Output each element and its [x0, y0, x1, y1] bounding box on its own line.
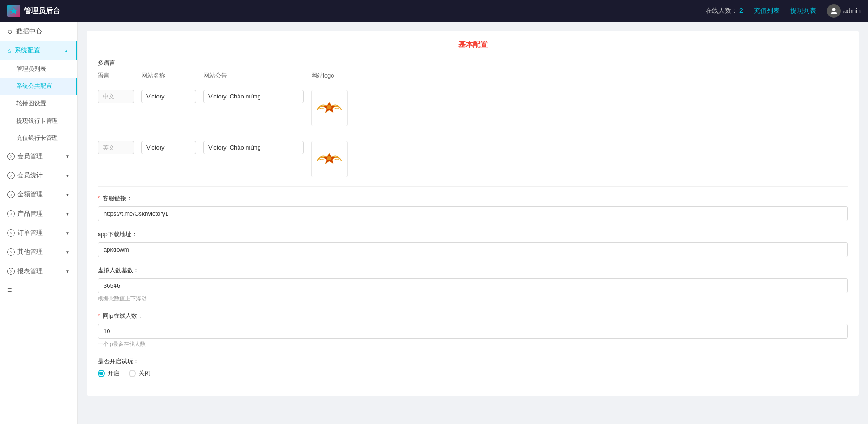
avatar: [827, 4, 841, 18]
content-card: 基本配置 多语言 语言 网站名称 网站公告 网站logo: [87, 31, 859, 396]
sidebar-item-product-mgmt[interactable]: ○ 产品管理 ▼: [0, 204, 77, 223]
site-notice-field-chinese: [203, 90, 304, 103]
chevron-down-icon: ▼: [65, 192, 70, 197]
sidebar-item-amount-mgmt[interactable]: ○ 金额管理 ▼: [0, 185, 77, 204]
sidebar-item-report-mgmt[interactable]: ○ 报表管理 ▼: [0, 262, 77, 281]
virtual-users-label: 虚拟人数基数：: [98, 266, 848, 274]
virtual-users-group: 虚拟人数基数： 根据此数值上下浮动: [98, 266, 848, 303]
multi-lang-label: 多语言: [98, 59, 848, 67]
sidebar-item-label: 数据中心: [16, 27, 42, 36]
sidebar-item-other-mgmt[interactable]: ○ 其他管理 ▼: [0, 243, 77, 262]
sidebar-item-withdraw-card[interactable]: 提现银行卡管理: [0, 112, 77, 129]
main-content: 基本配置 多语言 语言 网站名称 网站公告 网站logo: [78, 22, 868, 424]
data-center-icon: ⊙: [7, 28, 13, 35]
same-ip-group: * 同Ip在线人数： 一个ip最多在线人数: [98, 312, 848, 348]
svg-point-5: [327, 156, 332, 160]
app-download-group: app下载地址：: [98, 230, 848, 257]
site-name-input-english[interactable]: [141, 141, 196, 154]
sidebar: ⊙ 数据中心 ⌂ 系统配置 ▲ 管理员列表 系统公共配置 轮播图设置 提现银行卡…: [0, 22, 78, 424]
trial-play-group: 是否开启试玩： 开启 关闭: [98, 357, 848, 377]
col-lang-header: 语言: [98, 72, 134, 80]
virtual-users-hint: 根据此数值上下浮动: [98, 295, 848, 303]
chevron-down-icon: ▼: [65, 250, 70, 255]
virtual-users-input[interactable]: [98, 278, 848, 293]
lang-field-english: [98, 141, 134, 154]
hamburger-icon[interactable]: ≡: [0, 281, 77, 300]
sidebar-item-order-mgmt[interactable]: ○ 订单管理 ▼: [0, 223, 77, 243]
product-mgmt-icon: ○: [7, 210, 15, 217]
app-logo: [7, 5, 20, 17]
header: 管理员后台 在线人数： 2 充值列表 提现列表 admin: [0, 0, 868, 22]
sidebar-item-system-public-config[interactable]: 系统公共配置: [0, 78, 77, 95]
chevron-down-icon: ▼: [65, 173, 70, 178]
sidebar-item-system-config[interactable]: ⌂ 系统配置 ▲: [0, 41, 77, 60]
customer-service-group: * 客服链接：: [98, 194, 848, 221]
member-mgmt-icon: ○: [7, 153, 15, 160]
chevron-down-icon: ▼: [65, 269, 70, 274]
trial-close-label: 关闭: [139, 369, 151, 377]
online-count: 在线人数： 2: [706, 7, 743, 15]
customer-service-input[interactable]: [98, 206, 848, 221]
language-section: 多语言 语言 网站名称 网站公告 网站logo: [98, 59, 848, 177]
admin-area: admin: [827, 4, 861, 18]
trial-close-radio[interactable]: [129, 370, 136, 377]
col-site-logo-header: 网站logo: [311, 72, 348, 80]
sidebar-item-member-stats[interactable]: ○ 会员统计 ▼: [0, 166, 77, 185]
lang-header-row: 语言 网站名称 网站公告 网站logo: [98, 72, 848, 83]
svg-point-3: [327, 105, 332, 109]
col-site-notice-header: 网站公告: [203, 72, 304, 80]
sidebar-item-admin-list[interactable]: 管理员列表: [0, 60, 77, 78]
lang-row-chinese: [98, 90, 848, 126]
divider-1: [98, 186, 848, 187]
svg-point-1: [832, 8, 835, 11]
col-site-name-header: 网站名称: [141, 72, 196, 80]
app-download-label: app下载地址：: [98, 230, 848, 238]
site-notice-input-chinese[interactable]: [203, 90, 304, 103]
report-mgmt-icon: ○: [7, 268, 15, 275]
same-ip-input[interactable]: [98, 324, 848, 339]
trial-open-radio[interactable]: [98, 370, 105, 377]
svg-marker-0: [10, 7, 18, 15]
withdraw-list-link[interactable]: 提现列表: [790, 7, 816, 15]
sidebar-item-carousel[interactable]: 轮播图设置: [0, 95, 77, 112]
chevron-down-icon: ▼: [65, 231, 70, 236]
chevron-down-icon: ▼: [65, 154, 70, 159]
lang-row-english: [98, 141, 848, 177]
sidebar-item-recharge-card[interactable]: 充值银行卡管理: [0, 129, 77, 147]
customer-service-label: * 客服链接：: [98, 194, 848, 202]
order-mgmt-icon: ○: [7, 229, 15, 237]
trial-play-label: 是否开启试玩：: [98, 357, 848, 366]
layout: ⊙ 数据中心 ⌂ 系统配置 ▲ 管理员列表 系统公共配置 轮播图设置 提现银行卡…: [0, 22, 868, 424]
logo-box-chinese[interactable]: [311, 90, 348, 126]
sidebar-item-label: 系统配置: [15, 47, 40, 55]
recharge-list-link[interactable]: 充值列表: [754, 7, 780, 15]
sidebar-item-data-center[interactable]: ⊙ 数据中心: [0, 22, 77, 41]
chevron-down-icon: ▼: [65, 212, 70, 217]
same-ip-hint: 一个ip最多在线人数: [98, 341, 848, 348]
same-ip-label: * 同Ip在线人数：: [98, 312, 848, 320]
chevron-up-icon: ▲: [64, 48, 68, 53]
member-stats-icon: ○: [7, 172, 15, 179]
site-notice-input-english[interactable]: [203, 141, 304, 154]
site-name-field-chinese: [141, 90, 196, 103]
lang-field-chinese: [98, 90, 134, 103]
trial-open-option[interactable]: 开启: [98, 369, 120, 377]
site-notice-field-english: [203, 141, 304, 154]
app-download-input[interactable]: [98, 242, 848, 257]
site-name-field-english: [141, 141, 196, 154]
header-right: 在线人数： 2 充值列表 提现列表 admin: [706, 4, 861, 18]
lang-input-chinese[interactable]: [98, 90, 134, 103]
amount-mgmt-icon: ○: [7, 191, 15, 198]
page-title: 基本配置: [98, 40, 848, 50]
other-mgmt-icon: ○: [7, 248, 15, 256]
logo-box-english[interactable]: [311, 141, 348, 177]
trial-close-option[interactable]: 关闭: [129, 369, 151, 377]
header-left: 管理员后台: [7, 5, 60, 17]
trial-open-label: 开启: [108, 369, 120, 377]
sidebar-item-member-mgmt[interactable]: ○ 会员管理 ▼: [0, 147, 77, 166]
app-title: 管理员后台: [24, 6, 60, 16]
lang-input-english[interactable]: [98, 141, 134, 154]
admin-name: admin: [843, 7, 861, 15]
trial-radio-group: 开启 关闭: [98, 369, 848, 377]
site-name-input-chinese[interactable]: [141, 90, 196, 103]
